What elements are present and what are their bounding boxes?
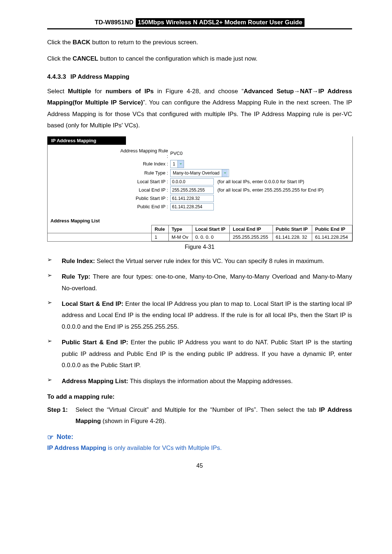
bullet-title: Local Start & End IP: [62, 300, 123, 307]
note-label: Note: [57, 433, 73, 441]
hand-icon: ☞ [47, 433, 54, 442]
rule-index-select[interactable]: 1 [170, 160, 184, 168]
mapping-list-table: Rule Type Local Start IP Local End IP Pu… [48, 225, 352, 241]
doc-header: TD-W8951ND 150Mbps Wireless N ADSL2+ Mod… [47, 18, 352, 29]
public-end-input[interactable]: 61.141.228.254 [170, 203, 214, 210]
bullet-text: This displays the information about the … [128, 378, 293, 385]
rule-index-label: Rule Index : [120, 161, 170, 167]
local-end-hint: (for all local IPs, enter 255.255.255.25… [217, 187, 324, 193]
bullet-text: Select the Virtual server rule index for… [95, 258, 324, 264]
note-heading: ☞ Note: [47, 433, 352, 442]
doc-title: 150Mbps Wireless N ADSL2+ Modem Router U… [136, 18, 305, 27]
figure-caption: Figure 4-31 [47, 244, 352, 250]
paragraph: Select Multiple for numbers of IPs in Fi… [47, 86, 352, 131]
bullet-icon: ➢ [47, 298, 62, 332]
table-row: 1 M-M Ov 0. 0. 0. 0 255.255.255.255 61.1… [48, 233, 352, 241]
bullet-title: Rule Index: [62, 258, 95, 264]
ip-mapping-panel: IP Address Mapping Address Mapping Rule … [47, 136, 353, 242]
paragraph: Click the CANCEL button to cancel the co… [47, 53, 352, 64]
bullet-icon: ➢ [47, 376, 62, 387]
step-label: Step 1: [47, 404, 75, 427]
bullet-icon: ➢ [47, 337, 62, 371]
public-start-input[interactable]: 61.141.228.32 [170, 195, 214, 202]
public-end-label: Public End IP : [120, 204, 170, 209]
model-number: TD-W8951ND [95, 19, 134, 26]
step-line: Step 1: Select the “Virtual Circuit” and… [47, 404, 352, 427]
local-start-hint: (for all local IPs, enter 0.0.0.0 for St… [217, 179, 304, 184]
panel-tab: IP Address Mapping [48, 136, 126, 145]
bullet-title: Public Start & End IP: [62, 339, 128, 346]
chevron-down-icon [177, 160, 184, 168]
local-start-label: Local Start IP : [120, 179, 170, 184]
chevron-down-icon [222, 169, 228, 177]
col-local-end: Local End IP [230, 225, 273, 233]
bullet-title: Address Mapping List: [62, 378, 128, 385]
back-label: BACK [73, 39, 90, 46]
section-heading: 4.4.3.3IP Address Mapping [47, 73, 352, 81]
subheading: To add a mapping rule: [47, 393, 352, 401]
rule-type-label: Rule Type : [120, 170, 170, 176]
col-public-end: Public End IP [312, 225, 352, 233]
paragraph: Click the BACK button to return to the p… [47, 37, 352, 48]
rule-type-select[interactable]: Many-to-Many Overload [170, 169, 229, 177]
cancel-label: CANCEL [73, 55, 98, 62]
public-start-label: Public Start IP : [120, 196, 170, 201]
col-public-start: Public Start IP [273, 225, 312, 233]
bullet-icon: ➢ [47, 271, 62, 294]
note-body: IP Address Mapping is only available for… [47, 444, 352, 452]
bullet-title: Rule Typ: [62, 273, 90, 280]
bullet-list: ➢ Rule Index: Select the Virtual server … [47, 255, 352, 387]
col-type: Type [168, 225, 192, 233]
page-number: 45 [47, 463, 352, 469]
bullet-text: There are four types: one-to-one, Many-t… [62, 273, 352, 291]
addr-rule-value: PVC0 [170, 151, 183, 156]
bullet-icon: ➢ [47, 255, 62, 267]
addr-rule-label: Address Mapping Rule : [120, 148, 170, 159]
local-end-input[interactable]: 255.255.255.255 [170, 186, 214, 194]
local-start-input[interactable]: 0.0.0.0 [170, 178, 214, 185]
mapping-list-label: Address Mapping List [48, 215, 352, 225]
local-end-label: Local End IP : [120, 187, 170, 193]
col-rule: Rule [152, 225, 169, 233]
col-local-start: Local Start IP [192, 225, 229, 233]
